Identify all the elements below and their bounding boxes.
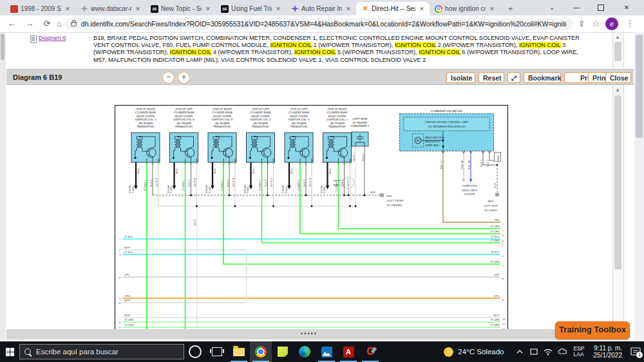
svg-text:10: 10 — [502, 318, 506, 321]
tray-tablet-icon[interactable] — [527, 341, 541, 362]
expand-icon[interactable]: ⤢ — [507, 72, 520, 83]
wifi-icon[interactable] — [541, 341, 555, 362]
wire-runs: TAN1LT GRN2LT GRN3LT BLU1LT BLU4LT GRN5W… — [119, 151, 506, 329]
reset-button[interactable]: Reset — [478, 72, 504, 83]
tray-chevron-icon[interactable] — [513, 341, 527, 362]
browser-tab[interactable]: how ignition coil✕ — [430, 2, 500, 15]
tab-close-icon[interactable]: ✕ — [134, 6, 142, 12]
file-explorer-button[interactable] — [228, 341, 250, 362]
share-icon[interactable]: ⇪ — [575, 17, 588, 30]
svg-text:LT BLU: LT BLU — [491, 235, 499, 238]
close-button[interactable]: Close — [605, 72, 631, 83]
zoom-out-button[interactable]: − — [162, 71, 175, 84]
window-close-button[interactable]: ✕ — [616, 0, 638, 15]
cortana-button[interactable] — [184, 341, 206, 362]
edge-button[interactable] — [294, 341, 316, 362]
combination-meter[interactable]: COMBINATION METER UNIFIED METER CONTROL … — [400, 110, 494, 152]
svg-text:(TOP OF LEFT: (TOP OF LEFT — [175, 108, 193, 111]
svg-text:TRANSISTOR): TRANSISTOR) — [328, 125, 346, 128]
taskbar-clock[interactable]: 9:11 p. m.25/1/2022 — [594, 345, 623, 359]
profile-avatar[interactable]: e — [605, 17, 618, 30]
wire-lt-grn[interactable] — [262, 162, 501, 243]
bookmark-star-icon[interactable]: ☆ — [589, 17, 602, 30]
language-indicator[interactable]: ESPLAA — [573, 346, 584, 358]
svg-text:9: 9 — [119, 327, 121, 329]
wiring-diagram-pane[interactable]: LOOP WIRE BLK F60 (LEFT FRONT OF ENGINE)… — [6, 85, 634, 329]
svg-text:BLK 2: BLK 2 — [303, 179, 306, 187]
ignition-coil[interactable]: (TOP OF LEFTCYLINDER BANKVALVE COVER)IGN… — [243, 108, 275, 243]
browser-tab[interactable]: Auto Repair Infor✕ — [286, 2, 356, 15]
svg-text:M56: M56 — [497, 155, 500, 161]
tab-close-icon[interactable]: ✕ — [418, 6, 426, 12]
ignition-coil[interactable]: (TOP OF RIGHTCYLINDER BANKVALVE COVER)IG… — [320, 108, 352, 229]
browser-tab[interactable]: www.datacar-ma✕ — [75, 2, 146, 15]
address-bar[interactable]: dh.identifix.com/SearchFixes/Index?ROID=… — [64, 18, 573, 30]
left-scrollbar[interactable] — [0, 33, 6, 339]
svg-text:LT GRN: LT GRN — [490, 225, 499, 228]
tab-close-icon[interactable]: ✕ — [64, 6, 71, 12]
notification-center-icon[interactable]: 1 — [627, 341, 644, 362]
connector-f60[interactable]: BLK F60 (LEFT FRONT OF ENGINE) — [370, 191, 404, 207]
window-minimize-button[interactable]: — — [565, 0, 587, 15]
svg-text:BLK 2: BLK 2 — [361, 153, 365, 161]
svg-text:(W/ POWER: (W/ POWER — [292, 122, 307, 125]
svg-text:LT BLU: LT BLU — [491, 251, 499, 254]
svg-text:WHT 3: WHT 3 — [270, 178, 273, 187]
weather-widget[interactable]: 24°C Soleado — [458, 348, 504, 356]
svg-text:(LEFT SIDE: (LEFT SIDE — [484, 204, 498, 207]
window-maximize-button[interactable] — [590, 0, 612, 15]
tab-close-icon[interactable]: ✕ — [204, 6, 212, 12]
wire-lt-grn[interactable] — [339, 162, 501, 229]
start-button[interactable] — [0, 341, 19, 362]
chrome-button[interactable] — [250, 341, 272, 362]
ignition-coil[interactable]: (TOP OF RIGHTCYLINDER BANKVALVE COVER)IG… — [128, 108, 160, 330]
svg-text:NCA: NCA — [175, 168, 178, 174]
home-icon[interactable]: ⌂ — [53, 17, 66, 30]
svg-text:WHT 3: WHT 3 — [346, 178, 350, 187]
ignition-coil[interactable]: (TOP OF LEFTCYLINDER BANKVALVE COVER)IGN… — [167, 108, 198, 330]
training-toolbox-button[interactable]: Training Toolbox — [555, 321, 630, 339]
tab-close-icon[interactable]: ✕ — [488, 6, 496, 12]
browser-tab[interactable]: 3EUsing Fuel Trim t✕ — [216, 2, 286, 15]
svg-text:TRANSISTOR): TRANSISTOR) — [137, 125, 155, 128]
bookmark-button[interactable]: Bookmark — [524, 72, 561, 83]
task-view-button[interactable] — [206, 341, 228, 362]
results-scrollbar[interactable]: ▲ — [612, 33, 624, 68]
svg-text:GRY: GRY — [494, 273, 500, 276]
horizontal-splitter[interactable]: ••••• — [6, 329, 612, 339]
svg-text:LT GRN 1: LT GRN 1 — [258, 179, 261, 191]
reload-icon[interactable]: ⟳ — [41, 17, 53, 30]
browser-tab[interactable]: 3ENew Topic - Scan✕ — [146, 2, 216, 15]
svg-text:LT GRN: LT GRN — [490, 239, 499, 242]
diagram-scrollbar[interactable]: ▲ — [612, 85, 624, 329]
ccleaner-icon: C — [365, 346, 376, 357]
wire-lt-grn[interactable] — [223, 162, 500, 264]
condenser-1[interactable]: (LEFT REAR OF ENGINE) CONDENSER 1 WHT 1 … — [350, 117, 370, 206]
ignition-coil[interactable]: (TOP OF RIGHTCYLINDER BANKVALVE COVER)IG… — [205, 108, 236, 265]
back-icon[interactable]: ← — [5, 17, 18, 30]
page-scrollbar[interactable] — [634, 32, 644, 341]
weather-sun-icon — [444, 347, 453, 357]
zoom-in-button[interactable]: + — [178, 71, 190, 84]
svg-text:COMPUTER: COMPUTER — [462, 184, 477, 187]
browser-menu-icon[interactable]: ⋮ — [623, 17, 636, 30]
taskbar-search-input[interactable]: Escribe aquí para buscar — [19, 344, 184, 359]
svg-text:NCA: NCA — [252, 168, 255, 174]
new-tab-button[interactable]: + — [505, 3, 516, 14]
sticky-notes-button[interactable] — [272, 341, 294, 362]
onedrive-cloud-icon[interactable] — [555, 341, 569, 362]
svg-text:6: 6 — [119, 302, 121, 305]
tab-close-icon[interactable]: ✕ — [345, 6, 352, 12]
browser-tab[interactable]: ✕Direct-Hit -- Sear✕ — [356, 2, 430, 15]
tab-close-icon[interactable]: ✕ — [274, 6, 282, 12]
isolate-button[interactable]: Isolate — [446, 72, 475, 83]
diagram-6-link[interactable]: Diagram 6 — [39, 35, 66, 41]
window-menu-chevron-icon[interactable]: ⌄ — [541, 0, 563, 15]
ignition-coil[interactable]: (TOP OF LEFTCYLINDER BANKVALVE COVER)IGN… — [281, 108, 313, 234]
ccleaner-button[interactable]: C — [359, 341, 381, 362]
acrobat-button[interactable]: A — [337, 341, 359, 362]
svg-text:CYLINDER BANK: CYLINDER BANK — [135, 111, 156, 114]
browser-tab[interactable]: 1998 - 2009 Suzu✕ — [5, 2, 75, 15]
photos-button[interactable] — [316, 341, 337, 362]
forward-icon[interactable]: → — [23, 17, 36, 30]
